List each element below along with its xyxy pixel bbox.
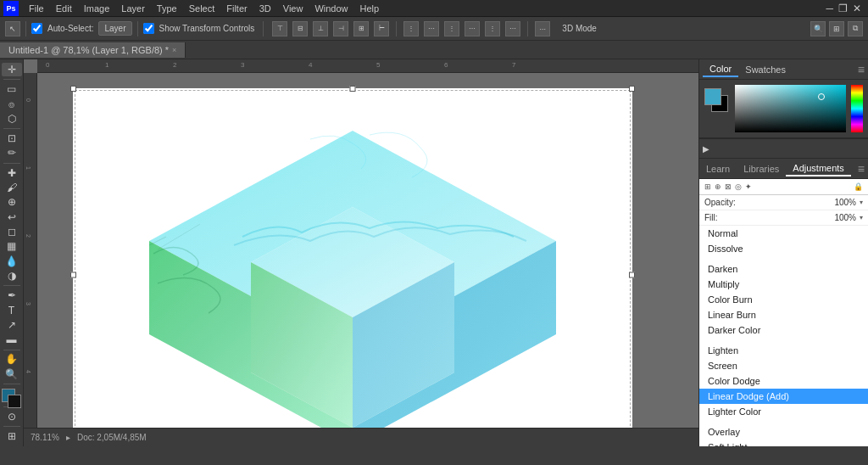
adjustments-tab[interactable]: Adjustments xyxy=(786,161,851,176)
layer-settings-icon[interactable]: 🔒 xyxy=(854,182,863,191)
layer-icon-2[interactable]: ⊕ xyxy=(715,182,721,191)
blend-linear-burn[interactable]: Linear Burn xyxy=(699,307,868,322)
menu-filter[interactable]: Filter xyxy=(221,2,252,15)
move-tool-icon[interactable]: ↖ xyxy=(5,21,20,36)
color-swatches-stack[interactable] xyxy=(704,88,730,114)
menu-file[interactable]: File xyxy=(24,2,49,15)
menu-layer[interactable]: Layer xyxy=(116,2,150,15)
selection-handle-tr[interactable] xyxy=(629,86,635,92)
pen-tool[interactable]: ✒ xyxy=(2,289,22,302)
healing-tool[interactable]: ✚ xyxy=(2,165,22,179)
layer-icon-3[interactable]: ⊠ xyxy=(725,182,732,191)
quick-mask-tool[interactable]: ⊙ xyxy=(2,410,22,423)
distribute-hcenter-icon[interactable]: ⋮ xyxy=(485,21,500,36)
selection-handle-tl[interactable] xyxy=(70,86,76,92)
blend-darken[interactable]: Darken xyxy=(699,261,868,277)
marquee-tool[interactable]: ▭ xyxy=(2,82,22,96)
layer-icon-5[interactable]: ✦ xyxy=(745,182,752,191)
play-action-btn[interactable]: ▶ xyxy=(703,144,709,154)
window-restore[interactable]: ❐ xyxy=(838,3,848,14)
crop-tool[interactable]: ⊡ xyxy=(2,132,22,145)
menu-3d[interactable]: 3D xyxy=(254,2,276,15)
blend-lighten[interactable]: Lighten xyxy=(699,343,868,358)
blend-multiply[interactable]: Multiply xyxy=(699,277,868,292)
text-tool[interactable]: T xyxy=(2,303,22,317)
path-select-tool[interactable]: ↗ xyxy=(2,318,22,332)
stamp-tool[interactable]: ⊕ xyxy=(2,195,22,209)
align-right-icon[interactable]: ⊢ xyxy=(374,21,389,36)
fg-color-swatch[interactable] xyxy=(704,88,721,105)
blend-darker-color[interactable]: Darker Color xyxy=(699,322,868,338)
menu-type[interactable]: Type xyxy=(152,2,182,15)
workspace-icon[interactable]: ⊞ xyxy=(829,21,844,36)
quick-select-tool[interactable]: ⬡ xyxy=(2,112,22,126)
dodge-tool[interactable]: ◑ xyxy=(2,269,22,283)
menu-image[interactable]: Image xyxy=(79,2,115,15)
align-top-icon[interactable]: ⊤ xyxy=(272,21,287,36)
swatches-tab[interactable]: Swatches xyxy=(738,63,793,76)
menu-edit[interactable]: Edit xyxy=(51,2,77,15)
canvas-content[interactable] xyxy=(37,73,698,446)
distribute-top-icon[interactable]: ⋮ xyxy=(403,21,419,36)
window-minimize[interactable]: ─ xyxy=(826,3,833,14)
eraser-tool[interactable]: ◻ xyxy=(2,225,22,238)
align-bottom-icon[interactable]: ⊥ xyxy=(313,21,328,36)
menu-view[interactable]: View xyxy=(278,2,309,15)
blend-overlay[interactable]: Overlay xyxy=(699,424,868,440)
color-panel-menu[interactable]: ≡ xyxy=(858,63,865,76)
shape-tool[interactable]: ▬ xyxy=(2,333,22,346)
blend-linear-dodge[interactable]: Linear Dodge (Add) xyxy=(699,389,868,404)
opacity-dropdown-icon[interactable]: ▾ xyxy=(860,199,863,206)
libraries-tab[interactable]: Libraries xyxy=(737,162,786,176)
color-gradient-picker[interactable] xyxy=(735,85,846,132)
color-picker-cursor[interactable] xyxy=(818,93,825,100)
blend-color-burn[interactable]: Color Burn xyxy=(699,292,868,307)
document-tab[interactable]: Untitled-1 @ 78,1% (Layer 1, RGB/8) * × xyxy=(0,42,186,58)
selection-handle-tc[interactable] xyxy=(350,86,356,92)
show-transform-checkbox[interactable] xyxy=(143,23,154,34)
auto-select-checkbox[interactable] xyxy=(31,23,42,34)
blend-screen[interactable]: Screen xyxy=(699,358,868,373)
canvas-area[interactable]: 0 1 2 3 4 5 6 7 0 1 2 3 4 xyxy=(24,59,698,446)
selection-handle-ml[interactable] xyxy=(70,272,76,278)
blur-tool[interactable]: 💧 xyxy=(2,255,22,268)
fg-bg-colors[interactable] xyxy=(2,389,22,402)
distribute-bottom-icon[interactable]: ⋮ xyxy=(444,21,459,36)
selection-handle-mr[interactable] xyxy=(629,272,635,278)
distribute-left-icon[interactable]: ⋯ xyxy=(465,21,480,36)
arrange-icon[interactable]: ⧉ xyxy=(848,21,863,36)
align-vcenter-icon[interactable]: ⊟ xyxy=(292,21,308,36)
color-tab[interactable]: Color xyxy=(703,62,738,77)
blend-normal[interactable]: Normal xyxy=(699,226,868,241)
learn-tab[interactable]: Learn xyxy=(699,162,737,176)
adj-panel-menu[interactable]: ≡ xyxy=(858,162,868,176)
align-hcenter-icon[interactable]: ⊞ xyxy=(353,21,369,36)
more-options-icon[interactable]: ··· xyxy=(535,21,550,36)
hand-tool[interactable]: ✋ xyxy=(2,352,22,366)
blend-lighter-color[interactable]: Lighter Color xyxy=(699,404,868,419)
layer-icon-4[interactable]: ◎ xyxy=(735,182,742,191)
gradient-tool[interactable]: ▦ xyxy=(2,239,22,253)
move-tool[interactable]: ✛ xyxy=(2,63,22,76)
search-icon[interactable]: 🔍 xyxy=(810,21,826,36)
layer-icon-1[interactable]: ⊞ xyxy=(704,182,711,191)
menu-select[interactable]: Select xyxy=(184,2,220,15)
lasso-tool[interactable]: ⌾ xyxy=(2,97,22,110)
eyedropper-tool[interactable]: ✏ xyxy=(2,146,22,160)
menu-window[interactable]: Window xyxy=(309,2,353,15)
distribute-right-icon[interactable]: ⋯ xyxy=(505,21,520,36)
zoom-tool[interactable]: 🔍 xyxy=(2,367,22,381)
fill-dropdown-icon[interactable]: ▾ xyxy=(860,214,863,221)
window-close[interactable]: ✕ xyxy=(853,3,861,14)
fill-value[interactable]: 100% xyxy=(834,213,856,222)
blend-dissolve[interactable]: Dissolve xyxy=(699,241,868,256)
menu-help[interactable]: Help xyxy=(355,2,385,15)
blend-soft-light[interactable]: Soft Light xyxy=(699,440,868,446)
blend-color-dodge[interactable]: Color Dodge xyxy=(699,373,868,389)
color-hue-slider[interactable] xyxy=(851,85,863,132)
distribute-vcenter-icon[interactable]: ⋯ xyxy=(424,21,439,36)
align-left-icon[interactable]: ⊣ xyxy=(333,21,348,36)
background-color[interactable] xyxy=(8,395,21,408)
screen-mode-tool[interactable]: ⊞ xyxy=(2,429,22,443)
history-brush-tool[interactable]: ↩ xyxy=(2,210,22,223)
